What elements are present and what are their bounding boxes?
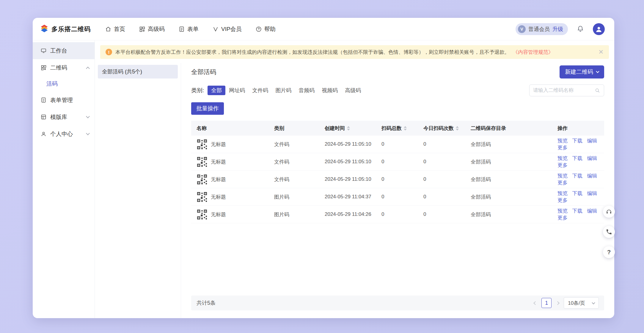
prev-page-icon[interactable] [533,301,537,305]
table-row: 无标题 文件码 2024-05-29 11:05:10 0 0 全部活码 预览 … [191,171,604,188]
notification-bell-icon[interactable] [577,25,584,33]
edit-link[interactable]: 编辑 [587,173,597,179]
app-window: 多乐搭二维码 首页 高级码 表单 VIP会员 帮助 [33,18,614,318]
sidebar-qrcode-label: 二维码 [50,64,67,72]
sidebar-item-template-library[interactable]: 模版库 [33,109,95,125]
cell-today-scans: 0 [423,176,471,182]
customer-service-button[interactable] [603,206,615,218]
sort-created-icon[interactable] [347,126,350,131]
new-qrcode-button-label: 新建二维码 [565,68,593,76]
qr-thumbnail[interactable] [197,139,208,150]
logo-icon [40,25,49,34]
filter-chip[interactable]: 文件码 [249,86,272,95]
cell-created-time: 2024-05-29 11:05:10 [325,159,381,165]
chevron-down-icon [86,114,90,118]
download-link[interactable]: 下载 [572,208,582,214]
brand-logo[interactable]: 多乐搭二维码 [33,25,95,34]
nav-help[interactable]: 帮助 [255,25,276,33]
sidebar-item-workbench[interactable]: 工作台 [33,42,95,59]
search-input[interactable] [533,87,592,93]
preview-link[interactable]: 预览 [557,191,568,196]
filter-chip[interactable]: 网址码 [225,86,249,95]
preview-link[interactable]: 预览 [557,173,568,179]
nav-form-label: 表单 [187,25,199,33]
help-float-button[interactable]: ? [603,246,615,258]
sidebar-item-personal-center[interactable]: 个人中心 [33,125,95,142]
page-size-select[interactable]: 10条/页 [564,297,599,309]
preview-link[interactable]: 预览 [557,138,568,144]
sidebar-item-live-code[interactable]: 活码 [33,76,95,92]
download-link[interactable]: 下载 [572,191,582,196]
cell-actions: 预览 下载 编辑 更多 [557,190,604,204]
more-link[interactable]: 更多 [557,145,568,150]
download-link[interactable]: 下载 [572,138,582,144]
content-policy-link[interactable]: 《内容管理规范》 [513,49,553,56]
qr-thumbnail[interactable] [197,156,208,167]
next-page-icon[interactable] [556,301,560,305]
cell-scan-total: 0 [381,141,423,147]
column-save-folder: 二维码保存目录 [471,125,557,132]
cell-today-scans: 0 [423,141,471,147]
banner-close-icon[interactable]: ✕ [595,48,604,56]
more-link[interactable]: 更多 [557,180,568,186]
sort-scan-total-icon[interactable] [404,126,407,131]
question-mark-icon: ? [607,249,611,256]
user-avatar[interactable] [593,23,605,35]
filter-chip[interactable]: 全部 [208,86,225,95]
search-icon[interactable] [595,88,600,93]
upgrade-link[interactable]: 升级 [552,26,563,33]
qrcode-table: 名称 类别 创建时间 扫码总数 今日扫码次数 [191,121,604,223]
table-header: 名称 类别 创建时间 扫码总数 今日扫码次数 [191,121,604,136]
chevron-down-icon [86,131,90,135]
sidebar: 工作台 二维码 活码 表单管理 模版库 个人中心 [33,40,95,318]
nav-vip[interactable]: VIP会员 [212,25,242,33]
edit-link[interactable]: 编辑 [587,191,597,196]
cell-today-scans: 0 [423,211,471,217]
download-link[interactable]: 下载 [572,173,582,179]
qr-thumbnail[interactable] [197,191,208,202]
filter-chip[interactable]: 图片码 [272,86,295,95]
brand-name: 多乐搭二维码 [51,25,91,33]
folder-item-all-live-codes[interactable]: 全部活码 (共5个) [98,65,178,78]
more-link[interactable]: 更多 [557,215,568,221]
nav-form[interactable]: 表单 [178,25,199,33]
cell-today-scans: 0 [423,194,471,200]
table-row: 无标题 文件码 2024-05-29 11:05:10 0 0 全部活码 预览 … [191,136,604,153]
sort-today-scans-icon[interactable] [456,126,459,131]
qr-thumbnail[interactable] [197,174,208,185]
batch-operation-button[interactable]: 批量操作 [191,102,224,115]
edit-link[interactable]: 编辑 [587,155,597,161]
more-link[interactable]: 更多 [557,197,568,203]
cell-save-folder: 全部活码 [471,176,557,183]
download-link[interactable]: 下载 [572,155,582,161]
sidebar-item-form-management[interactable]: 表单管理 [33,92,95,109]
phone-contact-button[interactable] [603,226,615,238]
edit-link[interactable]: 编辑 [587,208,597,214]
nav-help-label: 帮助 [264,25,276,33]
more-link[interactable]: 更多 [557,162,568,168]
edit-link[interactable]: 编辑 [587,138,597,144]
filter-chip[interactable]: 音频码 [295,86,318,95]
membership-pill[interactable]: V 普通会员 升级 [516,23,568,35]
nav-home[interactable]: 首页 [105,25,125,33]
cell-save-folder: 全部活码 [471,158,557,165]
preview-link[interactable]: 预览 [557,155,568,161]
filter-label: 类别: [191,87,204,94]
row-title: 无标题 [211,211,226,218]
nav-advanced-code[interactable]: 高级码 [139,25,165,33]
cell-scan-total: 0 [381,176,423,182]
filter-chip[interactable]: 高级码 [341,86,365,95]
sidebar-form-management-label: 表单管理 [50,96,73,104]
page-number-button[interactable]: 1 [541,298,552,308]
filter-chips: 全部网址码文件码图片码音频码视频码高级码 [208,87,365,94]
qr-thumbnail[interactable] [197,209,208,220]
cell-created-time: 2024-05-29 11:05:10 [325,176,381,182]
table-row: 无标题 图片码 2024-05-29 11:04:26 0 0 全部活码 预览 … [191,206,604,223]
navbar-right: V 普通会员 升级 [516,23,614,35]
cell-save-folder: 全部活码 [471,211,557,218]
new-qrcode-button[interactable]: 新建二维码 [560,65,604,78]
filter-chip[interactable]: 视频码 [318,86,341,95]
nav-advanced-label: 高级码 [148,25,165,33]
preview-link[interactable]: 预览 [557,208,568,214]
sidebar-item-qrcode[interactable]: 二维码 [33,59,95,76]
